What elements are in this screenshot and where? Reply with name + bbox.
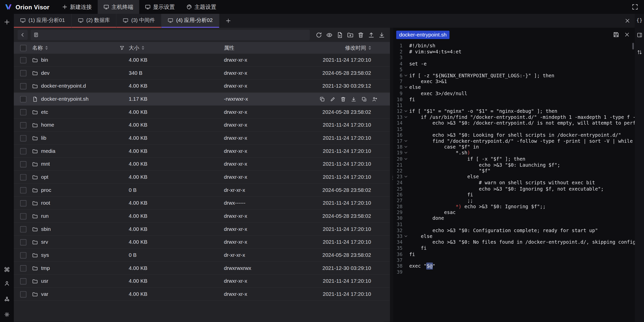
show-hidden-icon[interactable] xyxy=(324,30,334,40)
table-row[interactable]: sys0 Bdr-xr-xr-x2024-05-28 23:58:02 xyxy=(14,249,390,262)
table-row[interactable]: var4.00 KBdrwxr-xr-x2021-11-24 17:20:10 xyxy=(14,288,390,301)
code-line[interactable]: 4set -e xyxy=(393,61,635,67)
row-checkbox[interactable] xyxy=(20,226,26,232)
code-editor[interactable]: 1#!/bin/sh2# vim:sw=4:ts=4:et34set -e56i… xyxy=(393,42,635,322)
row-checkbox[interactable] xyxy=(20,148,26,154)
refresh-icon[interactable] xyxy=(314,30,324,40)
code-line[interactable]: 37 xyxy=(393,257,635,263)
code-line[interactable]: 27 ;; xyxy=(393,198,635,204)
code-line[interactable]: 24 # warn on shell scripts without exec … xyxy=(393,180,635,186)
fold-chevron-icon[interactable] xyxy=(403,85,409,91)
swap-vertical-icon[interactable] xyxy=(634,47,644,57)
table-row[interactable]: opt4.00 KBdrwxr-xr-x2021-11-24 17:20:10 xyxy=(14,171,390,184)
code-line[interactable]: 22 "$f" xyxy=(393,168,635,174)
code-line[interactable]: 36fi xyxy=(393,251,635,257)
terminal-tab[interactable]: (4) 应用-分析02 xyxy=(162,14,219,28)
code-line[interactable]: 11 xyxy=(393,102,635,108)
code-line[interactable]: 30 done xyxy=(393,216,635,222)
nav-item-new-connection[interactable]: 新建连接 xyxy=(56,0,98,14)
table-row[interactable]: etc4.00 KBdrwxr-xr-x2024-05-28 23:58:02 xyxy=(14,106,390,119)
row-checkbox[interactable] xyxy=(20,239,26,245)
fold-chevron-icon[interactable] xyxy=(403,150,409,156)
row-checkbox[interactable] xyxy=(20,161,26,167)
fold-chevron-icon[interactable] xyxy=(403,144,409,150)
code-line[interactable]: 16 echo >&3 "$0: Looking for shell scrip… xyxy=(393,132,635,138)
row-action-edit-icon[interactable] xyxy=(330,96,336,102)
code-line[interactable]: 17 find "/docker-entrypoint.d/" -follow … xyxy=(393,138,635,144)
code-line[interactable]: 21 echo >&3 "$0: Launching $f"; xyxy=(393,162,635,168)
code-line[interactable]: 38exec "$@" xyxy=(393,263,635,269)
table-row[interactable]: root4.00 KBdrwx------2021-11-24 17:20:10 xyxy=(14,197,390,210)
new-file-icon[interactable] xyxy=(335,30,345,40)
row-action-permission-icon[interactable] xyxy=(372,96,377,102)
code-line[interactable]: 25 echo >&3 "$0: Ignoring $f, not execut… xyxy=(393,186,635,192)
table-row[interactable]: sbin4.00 KBdrwxr-xr-x2021-11-24 17:20:10 xyxy=(14,223,390,236)
code-line[interactable]: 35 fi xyxy=(393,245,635,251)
format-braces-icon[interactable]: {} xyxy=(636,18,642,23)
table-row[interactable]: srv4.00 KBdrwxr-xr-x2021-11-24 17:20:10 xyxy=(14,236,390,249)
back-button[interactable] xyxy=(18,30,28,40)
row-checkbox[interactable] xyxy=(20,70,26,76)
layout-panel-icon[interactable] xyxy=(634,30,644,40)
table-row[interactable]: mnt4.00 KBdrwxr-xr-x2021-11-24 17:20:10 xyxy=(14,158,390,171)
table-row[interactable]: docker-entrypoint.d4.00 KBdrwxr-xr-x2021… xyxy=(14,80,390,93)
code-line[interactable]: 26 fi xyxy=(393,192,635,198)
code-line[interactable]: 34 echo >&3 "$0: No files found in /dock… xyxy=(393,239,635,245)
sort-icon[interactable] xyxy=(45,46,48,50)
code-line[interactable]: 28 *) echo >&3 "$0: Ignoring $f";; xyxy=(393,203,635,209)
download-icon[interactable] xyxy=(377,30,387,40)
save-icon[interactable] xyxy=(611,30,621,40)
nav-item-host-terminal[interactable]: 主机终端 xyxy=(98,0,139,14)
fullscreen-icon[interactable] xyxy=(630,2,640,12)
table-row[interactable]: home4.00 KBdrwxr-xr-x2021-11-24 17:20:10 xyxy=(14,119,390,132)
fold-chevron-icon[interactable] xyxy=(403,108,409,114)
terminal-tab[interactable]: (2) 数据库 xyxy=(72,14,117,28)
terminal-tab[interactable]: (1) 应用-分析01 xyxy=(14,14,72,28)
code-line[interactable]: 23 else xyxy=(393,174,635,180)
code-line[interactable]: 32 echo >&3 "$0: Configuration complete;… xyxy=(393,227,635,233)
command-snippets-icon[interactable]: ⌘ xyxy=(4,266,10,273)
column-header-name[interactable]: 名称 xyxy=(32,44,43,51)
code-line[interactable]: 13 if /usr/bin/find "/docker-entrypoint.… xyxy=(393,114,635,120)
fold-chevron-icon[interactable] xyxy=(403,233,409,239)
fold-chevron-icon[interactable] xyxy=(403,114,409,120)
row-action-trash-icon[interactable] xyxy=(340,96,346,102)
code-line[interactable]: 10fi xyxy=(393,96,635,102)
table-row[interactable]: usr4.00 KBdrwxr-xr-x2021-11-24 17:20:10 xyxy=(14,275,390,288)
code-line[interactable]: 33 else xyxy=(393,233,635,239)
settings-gear-icon[interactable] xyxy=(2,309,12,319)
row-checkbox[interactable] xyxy=(20,83,26,89)
sort-icon[interactable] xyxy=(369,46,371,50)
code-line[interactable]: 7 exec 3>&1 xyxy=(393,79,635,85)
code-line[interactable]: 39 xyxy=(393,269,635,275)
code-line[interactable]: 15 xyxy=(393,126,635,132)
close-editor-icon[interactable] xyxy=(622,30,632,40)
row-checkbox[interactable] xyxy=(20,265,26,271)
sort-icon[interactable] xyxy=(142,46,144,50)
column-header-size[interactable]: 大小 xyxy=(129,44,139,51)
table-row[interactable]: tmp4.00 KBdrwxrwxrwx2021-12-30 03:29:10 xyxy=(14,262,390,275)
upload-icon[interactable] xyxy=(366,30,376,40)
table-row[interactable]: dev340 Bdrwxr-xr-x2024-05-28 23:58:02 xyxy=(14,67,390,80)
editor-scrollbar[interactable] xyxy=(632,43,634,50)
code-line[interactable]: 20 if [ -x "$f" ]; then xyxy=(393,156,635,162)
editor-file-tab[interactable]: docker-entrypoint.sh xyxy=(396,30,450,39)
delete-icon[interactable] xyxy=(355,30,366,40)
new-connection-plus-icon[interactable] xyxy=(2,17,12,27)
path-list-icon[interactable] xyxy=(33,32,38,37)
row-checkbox[interactable] xyxy=(20,213,26,219)
row-checkbox[interactable] xyxy=(20,200,26,206)
terminal-tab[interactable]: (3) 中间件 xyxy=(116,14,162,28)
code-line[interactable]: 1#!/bin/sh xyxy=(393,43,635,49)
column-header-mtime[interactable]: 修改时间 xyxy=(345,44,366,51)
table-row[interactable]: bin4.00 KBdrwxr-xr-x2021-11-24 17:20:10 xyxy=(14,54,390,67)
row-checkbox[interactable] xyxy=(20,291,26,297)
row-checkbox[interactable] xyxy=(20,109,26,115)
fold-chevron-icon[interactable] xyxy=(403,174,409,180)
row-checkbox[interactable] xyxy=(20,252,26,258)
table-row[interactable]: run4.00 KBdrwxr-xr-x2024-05-28 23:58:02 xyxy=(14,210,390,223)
close-panel-icon[interactable] xyxy=(622,16,632,26)
app-brand[interactable]: Orion Visor xyxy=(0,3,56,11)
connections-icon[interactable] xyxy=(2,294,12,304)
row-checkbox[interactable] xyxy=(20,187,26,193)
